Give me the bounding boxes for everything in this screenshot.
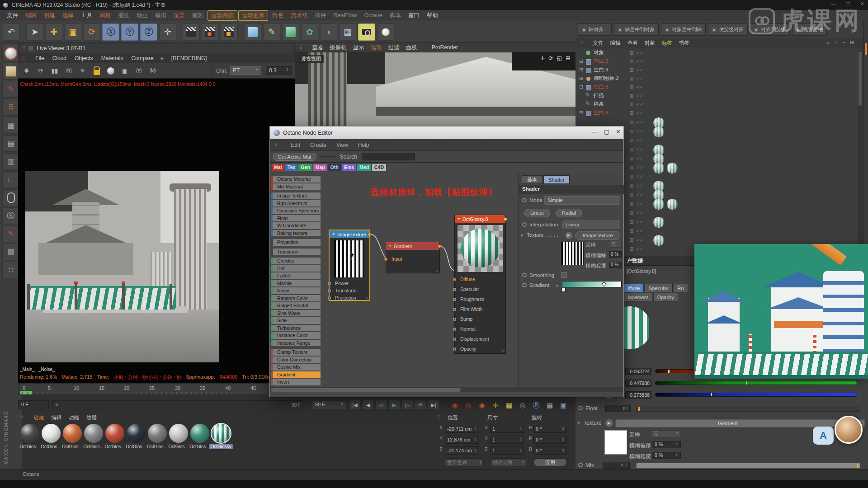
menu-item[interactable]: 动画 <box>133 11 151 20</box>
array-icon[interactable] <box>282 23 299 41</box>
sphere-grid-icon[interactable]: ∷ <box>2 262 19 278</box>
expander-icon[interactable]: ⊟ <box>579 84 585 90</box>
node-type-item[interactable]: Checker <box>271 258 321 264</box>
material-swatch[interactable]: OctGlos... <box>40 424 61 449</box>
size-field[interactable]: 1⇕ <box>490 425 524 433</box>
x-axis-button[interactable]: Ⓧ <box>102 23 119 41</box>
output-port[interactable] <box>438 244 441 248</box>
material-ball[interactable] <box>190 424 209 443</box>
octane-pause-icon[interactable]: ◎ <box>462 400 475 411</box>
node-type-item[interactable]: W Coordinate <box>271 222 321 229</box>
enable-checks[interactable]: ✓✓ <box>636 220 644 224</box>
menu-item[interactable]: Octane <box>361 11 386 19</box>
scale-icon[interactable]: ▣ <box>64 23 81 41</box>
node-port-row[interactable]: Diffuse <box>455 274 505 284</box>
resize-handle[interactable]: ∷ <box>502 349 505 353</box>
color-slider[interactable] <box>655 393 857 397</box>
octane-camera-icon[interactable]: ◎ <box>516 400 529 411</box>
rotate-icon[interactable]: ⟳ <box>83 23 100 41</box>
cube-tool-icon[interactable] <box>2 63 19 80</box>
layer-swatch[interactable] <box>630 103 633 106</box>
layer-swatch[interactable] <box>630 229 633 233</box>
enable-checks[interactable]: ✓✓ <box>636 85 644 89</box>
node-type-item[interactable]: Instance Color <box>271 332 321 339</box>
expander-icon[interactable]: ⊟ <box>579 58 585 64</box>
edge-tab[interactable] <box>865 43 867 55</box>
channel-tab[interactable]: Ro <box>674 284 688 292</box>
channel-tab[interactable]: Opacity <box>653 293 678 301</box>
refresh-icon[interactable]: ⟳ <box>35 65 47 77</box>
viewport-menu-item[interactable]: 显示 <box>353 44 364 52</box>
node-port-row[interactable]: Roughness <box>455 294 505 304</box>
transport-button[interactable]: ▷ <box>401 400 413 410</box>
basic-tab[interactable]: 基本 <box>522 175 542 184</box>
align-tool-button[interactable]: 轴对齐... <box>578 23 612 36</box>
rotation-field[interactable]: 0 °⇕ <box>533 436 567 444</box>
prorender-menu-item[interactable]: ProRender <box>432 44 458 51</box>
node-category-tab[interactable]: Oth <box>328 164 341 171</box>
menu-item[interactable]: 文件 <box>4 11 21 20</box>
lock-icon[interactable] <box>91 65 103 77</box>
node-port-row[interactable]: Bump <box>455 314 505 324</box>
color-value-field[interactable]: 0.273838 <box>625 391 651 399</box>
enable-checks[interactable]: ✓✓ <box>636 247 644 251</box>
blur-scale-field[interactable]: 0 % <box>609 262 622 268</box>
port-dot[interactable] <box>453 338 456 341</box>
transport-button[interactable]: ▶ <box>388 400 400 410</box>
align-tool-button[interactable]: 对象居中到轴 <box>661 23 706 36</box>
size-field[interactable]: 1⇕ <box>490 436 524 444</box>
menu-item[interactable]: 帮助 <box>424 11 441 20</box>
object-manager-menu-item[interactable]: 标签 <box>661 39 672 47</box>
enable-checks[interactable]: ✓✓ <box>636 192 644 197</box>
material-ball[interactable] <box>84 424 103 443</box>
enable-checks[interactable]: ✓✓ <box>636 147 644 152</box>
float-slider[interactable] <box>636 406 860 412</box>
viewport-menu-item[interactable]: 查看 <box>312 44 323 52</box>
gradient-knot[interactable] <box>601 282 606 286</box>
layer-swatch[interactable] <box>630 175 633 178</box>
node-type-item[interactable]: Projection <box>271 239 321 246</box>
scale-mode-dropdown[interactable]: 相对比例▾ <box>490 458 526 466</box>
add-cube-icon[interactable] <box>244 23 261 41</box>
texture-arrow-button[interactable]: ▶ <box>565 232 572 239</box>
material-tag-icon[interactable] <box>653 217 664 228</box>
pen-tool-icon[interactable]: ✎ <box>263 23 280 41</box>
enable-checks[interactable]: ✓✓ <box>636 156 644 161</box>
expander-icon[interactable]: ⊟ <box>579 110 585 116</box>
focus-pin-icon[interactable]: Ⓕ <box>133 65 145 77</box>
material-pin-icon[interactable]: Ⓜ <box>147 65 159 77</box>
node-port-row[interactable]: Opacity <box>455 344 505 354</box>
object-tree-row[interactable]: ⊟ 空白.5 ✓✓ <box>576 83 868 91</box>
material-manager-tab[interactable]: 功能 <box>69 414 79 421</box>
color-slider[interactable] <box>655 381 857 385</box>
layer-swatch[interactable] <box>630 157 633 160</box>
object-tree-row[interactable]: 样条 ✓✓ <box>576 100 868 108</box>
picture-region-icon[interactable]: ▣ <box>119 65 131 77</box>
slider-marker[interactable] <box>668 370 670 373</box>
pen-red-icon[interactable]: ✎ <box>2 225 19 242</box>
enable-checks[interactable]: ✓✓ <box>636 183 644 188</box>
ruler-icon[interactable]: ∟ <box>2 171 19 188</box>
kit-cubes-icon[interactable]: ▤ <box>2 135 19 152</box>
toolbar-separator[interactable] <box>240 23 242 41</box>
layer-swatch[interactable] <box>630 60 633 63</box>
node-type-item[interactable]: Octane Material <box>271 176 321 183</box>
interpolation-dropdown[interactable]: Linear <box>562 221 620 229</box>
enable-checks[interactable]: ✓✓ <box>636 129 644 134</box>
gradient-stop[interactable] <box>561 288 566 292</box>
move-icon[interactable]: ✚ <box>45 23 62 41</box>
color-value-field[interactable]: 0.447988 <box>625 380 651 387</box>
node-header[interactable]: ▼ ImageTexture <box>330 230 369 238</box>
texture-gradient-button[interactable]: Gradient <box>615 419 840 427</box>
live-viewer-titlebar[interactable]: ⠿ Live Viewer 3.07-R1 <box>18 43 295 53</box>
chevron-right-icon[interactable]: ▶ <box>161 56 164 61</box>
transport-button[interactable]: ⟳ <box>415 400 426 410</box>
timeline-playhead[interactable] <box>20 391 32 394</box>
node-type-item[interactable]: Color Correction <box>271 357 321 363</box>
material-swatch[interactable]: OctGlossy <box>210 424 231 449</box>
texture-node-button[interactable]: ImageTexture <box>575 231 620 240</box>
turbo-icon[interactable]: ✱ <box>21 65 33 77</box>
enable-checks[interactable]: ✓✓ <box>636 120 644 125</box>
viewport-menu-item[interactable]: 摄像机 <box>330 44 347 52</box>
transport-button[interactable]: |◀ <box>349 400 361 410</box>
